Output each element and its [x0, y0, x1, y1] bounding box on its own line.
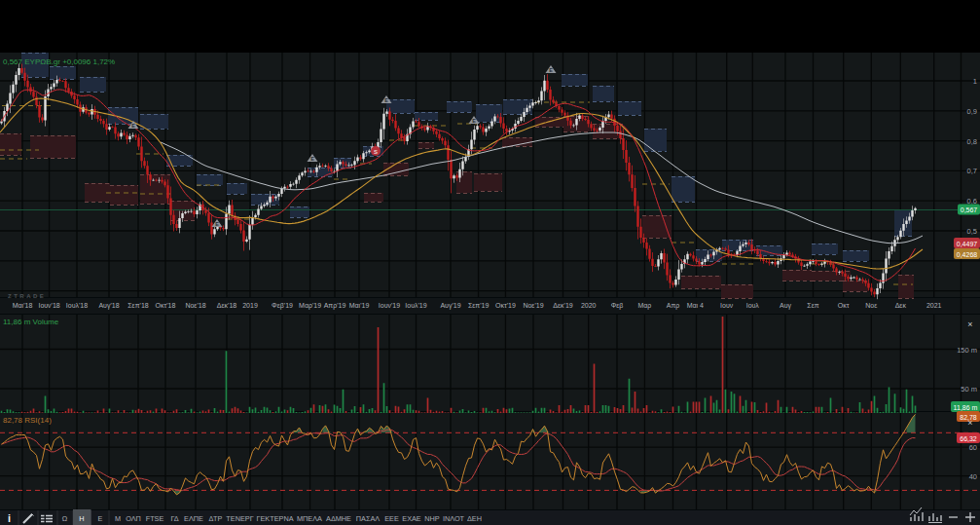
svg-text:ΕΧΑΕ: ΕΧΑΕ [402, 514, 421, 523]
svg-text:ΓΕΚΤΕΡΝΑ: ΓΕΚΤΕΡΝΑ [256, 514, 293, 523]
svg-text:Ιουλ'19: Ιουλ'19 [405, 302, 426, 309]
svg-text:Οκτ: Οκτ [838, 302, 850, 309]
svg-text:0,4268: 0,4268 [957, 251, 978, 258]
svg-text:40: 40 [969, 472, 977, 481]
svg-text:2019: 2019 [242, 302, 258, 309]
svg-text:50 m: 50 m [961, 385, 977, 394]
svg-text:0,8: 0,8 [967, 137, 977, 146]
svg-text:E: E [310, 156, 314, 162]
svg-text:Απρ: Απρ [667, 302, 679, 310]
svg-text:S: S [374, 149, 378, 155]
svg-text:Σεπ'18: Σεπ'18 [127, 302, 149, 309]
svg-text:0,7: 0,7 [967, 167, 977, 175]
svg-text:Φεβ: Φεβ [611, 302, 624, 310]
svg-text:ZTRADE: ZTRADE [8, 293, 46, 299]
svg-text:ΓΔ: ΓΔ [170, 514, 178, 523]
svg-text:2021: 2021 [926, 302, 942, 309]
svg-text:×: × [967, 418, 972, 428]
svg-text:66,32: 66,32 [960, 435, 977, 442]
svg-text:ΔΤΡ: ΔΤΡ [209, 514, 223, 523]
svg-text:E: E [472, 118, 476, 124]
svg-text:H: H [79, 514, 84, 523]
svg-text:Δεκ'19: Δεκ'19 [553, 302, 573, 309]
svg-text:ΔΕΗ: ΔΕΗ [467, 514, 482, 523]
svg-text:0,567: 0,567 [961, 206, 978, 213]
svg-text:150 m: 150 m [957, 346, 977, 355]
svg-text:60: 60 [969, 443, 977, 452]
svg-text:Ω: Ω [62, 514, 68, 523]
svg-text:82,78 RSI(14): 82,78 RSI(14) [3, 416, 52, 425]
svg-text:ΝΗΡ: ΝΗΡ [424, 514, 440, 523]
svg-text:Οκτ'18: Οκτ'18 [156, 302, 176, 309]
svg-text:Ιουλ: Ιουλ [746, 302, 760, 309]
svg-text:1: 1 [973, 77, 977, 86]
svg-text:Νοε'19: Νοε'19 [523, 302, 543, 309]
svg-text:i: i [8, 512, 11, 524]
svg-text:Αυγ: Αυγ [780, 302, 791, 310]
svg-text:2020: 2020 [581, 302, 597, 309]
svg-text:ΕΛΠΕ: ΕΛΠΕ [184, 514, 203, 523]
svg-text:Δεκ'18: Δεκ'18 [217, 302, 237, 309]
svg-text:E: E [215, 221, 219, 227]
svg-text:Αυγ'18: Αυγ'18 [98, 302, 119, 310]
svg-text:Σεπ: Σεπ [807, 302, 818, 309]
svg-text:Ιουν'18: Ιουν'18 [38, 302, 59, 309]
svg-text:11,86 m Volume: 11,86 m Volume [3, 318, 59, 326]
svg-text:Φεβ'19: Φεβ'19 [272, 302, 293, 310]
svg-text:Αυγ'19: Αυγ'19 [440, 302, 460, 310]
svg-text:ΑΔΜΗΕ: ΑΔΜΗΕ [326, 514, 351, 523]
svg-text:Ιουλ'18: Ιουλ'18 [66, 302, 88, 309]
svg-text:Μαρ'19: Μαρ'19 [299, 302, 321, 310]
svg-text:Μαι'19: Μαι'19 [349, 302, 370, 309]
svg-text:Δεκ: Δεκ [895, 302, 907, 309]
svg-text:Νοε'18: Νοε'18 [185, 302, 205, 309]
svg-text:11,86 m: 11,86 m [954, 404, 978, 411]
svg-text:Απρ'19: Απρ'19 [324, 302, 346, 310]
svg-text:ΟΛΠ: ΟΛΠ [126, 514, 141, 523]
svg-text:Μαι'18: Μαι'18 [13, 302, 33, 309]
svg-text:ΕΕΕ: ΕΕΕ [384, 514, 399, 523]
svg-text:Μαι 4: Μαι 4 [687, 302, 704, 309]
svg-text:ΙΝΛΟΤ: ΙΝΛΟΤ [443, 514, 465, 523]
svg-text:0,567 ΕΥΡΩΒ.gr +0,0096 1,72%: 0,567 ΕΥΡΩΒ.gr +0,0096 1,72% [3, 57, 115, 66]
svg-text:E: E [549, 67, 553, 73]
svg-text:ΤΕΝΕΡΓ: ΤΕΝΕΡΓ [226, 514, 253, 523]
svg-text:×: × [967, 319, 972, 329]
svg-text:Οκτ'19: Οκτ'19 [495, 302, 516, 309]
svg-text:FTSE: FTSE [146, 514, 164, 523]
svg-text:E: E [98, 514, 103, 523]
svg-text:Ιουν'19: Ιουν'19 [379, 302, 400, 309]
svg-text:Μαρ: Μαρ [637, 302, 651, 310]
svg-text:0,5: 0,5 [967, 227, 977, 236]
svg-text:Νοε: Νοε [865, 302, 877, 309]
svg-text:0,9: 0,9 [967, 107, 977, 116]
svg-text:ΜΠΕΛΑ: ΜΠΕΛΑ [297, 514, 322, 523]
svg-text:E: E [384, 97, 388, 103]
svg-text:E: E [131, 123, 135, 129]
svg-text:Ιουν: Ιουν [720, 302, 734, 309]
svg-text:Σεπ'19: Σεπ'19 [468, 302, 490, 309]
svg-text:M: M [115, 514, 121, 523]
svg-text:0,4497: 0,4497 [957, 241, 978, 247]
svg-text:ΠΑΣΑΛ: ΠΑΣΑΛ [356, 514, 381, 523]
